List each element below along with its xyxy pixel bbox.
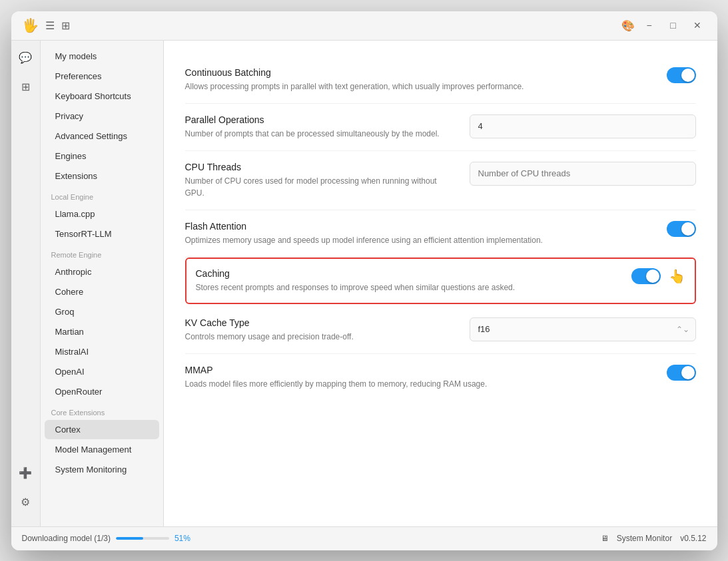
sidebar-item-system-monitoring[interactable]: System Monitoring: [45, 460, 159, 479]
setting-info-flash-attention: Flash Attention Optimizes memory usage a…: [185, 221, 667, 246]
sidebar-item-tensorrt-llm[interactable]: TensorRT-LLM: [45, 224, 159, 244]
cursor-pointer-icon: 👆: [669, 268, 685, 284]
sidebar-item-llama-cpp[interactable]: Llama.cpp: [45, 204, 159, 224]
core-extensions-label: Core Extensions: [41, 402, 163, 419]
toggle-mmap[interactable]: [667, 365, 696, 381]
progress-bar: [116, 537, 169, 540]
minimize-button[interactable]: −: [640, 16, 659, 35]
toggle-thumb: [681, 222, 695, 236]
sidebar-item-privacy[interactable]: Privacy: [45, 106, 159, 126]
input-cpu-threads[interactable]: [470, 162, 696, 186]
setting-title-parallel-operations: Parallel Operations: [185, 114, 456, 125]
setting-desc-flash-attention: Optimizes memory usage and speeds up mod…: [185, 234, 638, 246]
sidebar-item-mistralai[interactable]: MistralAI: [45, 342, 159, 361]
app-window: 🖐 ☰ ⊞ 🎨 − □ ✕ 💬 ⊞ ➕ ⚙ My models Preferen…: [11, 11, 717, 550]
sidebar-item-anthropic[interactable]: Anthropic: [45, 262, 159, 281]
icon-rail: 💬 ⊞ ➕ ⚙: [11, 41, 41, 526]
download-label: Downloading model (1/3): [22, 534, 111, 543]
sidebar-item-preferences[interactable]: Preferences: [45, 67, 159, 86]
sidebar-item-engines[interactable]: Engines: [45, 146, 159, 166]
setting-title-kv-cache-type: KV Cache Type: [185, 317, 456, 328]
sidebar-item-my-models[interactable]: My models: [45, 47, 159, 66]
toggle-thumb: [681, 69, 695, 82]
sidebar-item-model-management[interactable]: Model Management: [45, 440, 159, 459]
setting-title-continuous-batching: Continuous Batching: [185, 67, 653, 78]
sidebar-item-groq[interactable]: Groq: [45, 302, 159, 321]
progress-fill: [116, 537, 143, 540]
input-parallel-operations[interactable]: [470, 114, 696, 138]
setting-info-continuous-batching: Continuous Batching Allows processing pr…: [185, 67, 667, 93]
setting-control-cpu-threads: [470, 162, 696, 186]
toggle-thumb: [646, 270, 659, 283]
select-kv-cache-type[interactable]: f16 f32 q8_0 q4_0: [470, 317, 696, 341]
chat-icon[interactable]: 💬: [15, 47, 36, 69]
titlebar-left: 🖐 ☰ ⊞: [22, 17, 70, 33]
setting-desc-cpu-threads: Number of CPU cores used for model proce…: [185, 175, 456, 199]
setting-info-parallel-operations: Parallel Operations Number of prompts th…: [185, 114, 470, 140]
remote-engine-label: Remote Engine: [41, 244, 163, 262]
setting-desc-continuous-batching: Allows processing prompts in parallel wi…: [185, 81, 638, 93]
maximize-button[interactable]: □: [664, 16, 683, 35]
sidebar: My models Preferences Keyboard Shortcuts…: [41, 41, 164, 526]
sidebar-item-keyboard-shortcuts[interactable]: Keyboard Shortcuts: [45, 87, 159, 106]
setting-desc-mmap: Loads model files more efficiently by ma…: [185, 378, 638, 390]
grid-icon[interactable]: ⊞: [15, 77, 36, 98]
sidebar-item-advanced-settings[interactable]: Advanced Settings: [45, 126, 159, 146]
hamburger-icon[interactable]: ☰: [45, 19, 55, 32]
download-progress: Downloading model (1/3) 51%: [22, 534, 190, 543]
setting-control-parallel-operations: [470, 114, 696, 138]
setting-parallel-operations: Parallel Operations Number of prompts th…: [185, 104, 696, 151]
app-icon: 🖐: [22, 17, 39, 33]
local-engine-label: Local Engine: [41, 186, 163, 204]
sidebar-item-extensions[interactable]: Extensions: [45, 166, 159, 186]
palette-icon[interactable]: 🎨: [621, 19, 635, 32]
titlebar: 🖐 ☰ ⊞ 🎨 − □ ✕: [11, 11, 717, 41]
statusbar: Downloading model (1/3) 51% 🖥 System Mon…: [11, 526, 717, 550]
toggle-flash-attention[interactable]: [667, 221, 696, 237]
setting-title-mmap: MMAP: [185, 365, 653, 375]
main-content: Continuous Batching Allows processing pr…: [164, 41, 717, 526]
setting-info-caching: Caching Stores recent prompts and respon…: [196, 268, 631, 293]
system-monitor-label[interactable]: System Monitor: [617, 534, 672, 543]
progress-percentage: 51%: [175, 534, 190, 543]
setting-control-mmap: [667, 365, 696, 381]
sidebar-item-cortex[interactable]: Cortex: [45, 420, 159, 439]
setting-title-flash-attention: Flash Attention: [185, 221, 653, 232]
setting-control-caching: 👆: [631, 268, 685, 284]
sidebar-toggle-icon[interactable]: ⊞: [61, 19, 70, 32]
toggle-continuous-batching[interactable]: [667, 67, 696, 83]
setting-desc-parallel-operations: Number of prompts that can be processed …: [185, 128, 456, 140]
monitor-icon: 🖥: [601, 534, 609, 543]
setting-title-caching: Caching: [196, 268, 618, 279]
version-label: v0.5.12: [680, 534, 706, 543]
setting-info-mmap: MMAP Loads model files more efficiently …: [185, 365, 667, 390]
app-body: 💬 ⊞ ➕ ⚙ My models Preferences Keyboard S…: [11, 41, 717, 526]
setting-caching: Caching Stores recent prompts and respon…: [185, 258, 696, 304]
setting-flash-attention: Flash Attention Optimizes memory usage a…: [185, 210, 696, 258]
setting-title-cpu-threads: CPU Threads: [185, 162, 456, 172]
setting-mmap: MMAP Loads model files more efficiently …: [185, 354, 696, 401]
setting-continuous-batching: Continuous Batching Allows processing pr…: [185, 57, 696, 104]
toggle-caching[interactable]: [631, 268, 661, 284]
statusbar-right: 🖥 System Monitor v0.5.12: [601, 534, 707, 543]
setting-control-kv-cache-type: f16 f32 q8_0 q4_0 ⌃⌄: [470, 317, 696, 341]
add-icon[interactable]: ➕: [15, 463, 36, 484]
setting-desc-kv-cache-type: Controls memory usage and precision trad…: [185, 331, 456, 343]
titlebar-controls: 🎨 − □ ✕: [621, 16, 707, 35]
setting-kv-cache-type: KV Cache Type Controls memory usage and …: [185, 307, 696, 354]
sidebar-item-openai[interactable]: OpenAI: [45, 362, 159, 381]
toggle-thumb: [681, 366, 695, 379]
setting-control-continuous-batching: [667, 67, 696, 83]
setting-control-flash-attention: [667, 221, 696, 237]
setting-info-kv-cache-type: KV Cache Type Controls memory usage and …: [185, 317, 470, 343]
close-button[interactable]: ✕: [688, 16, 707, 35]
dropdown-wrapper-kv-cache: f16 f32 q8_0 q4_0 ⌃⌄: [470, 317, 696, 341]
sidebar-item-cohere[interactable]: Cohere: [45, 282, 159, 301]
sidebar-item-martian[interactable]: Martian: [45, 322, 159, 341]
setting-cpu-threads: CPU Threads Number of CPU cores used for…: [185, 151, 696, 210]
setting-desc-caching: Stores recent prompts and responses to i…: [196, 281, 618, 293]
settings-icon[interactable]: ⚙: [15, 492, 36, 513]
setting-info-cpu-threads: CPU Threads Number of CPU cores used for…: [185, 162, 470, 199]
sidebar-item-openrouter[interactable]: OpenRouter: [45, 382, 159, 401]
